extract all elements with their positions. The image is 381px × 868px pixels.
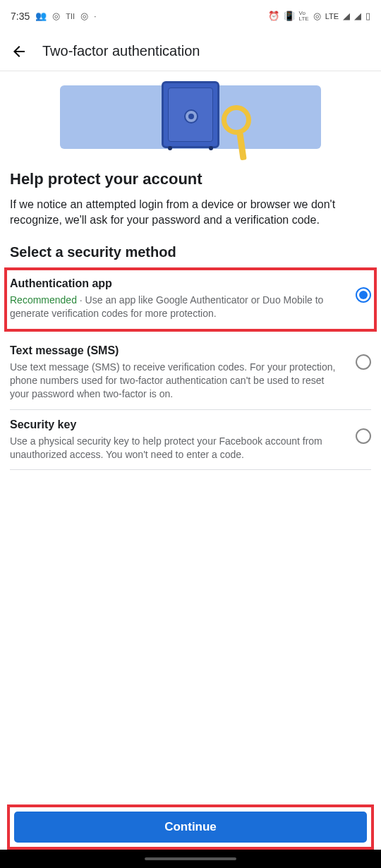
battery-icon: ▯ <box>365 11 370 21</box>
option-description: Use a physical security key to help prot… <box>10 435 346 462</box>
vibrate-icon: 📳 <box>284 11 295 21</box>
teams-icon: 👥 <box>35 11 47 21</box>
alarm-icon: ⏰ <box>268 11 279 21</box>
arrow-left-icon <box>11 43 28 60</box>
safe-dial <box>184 109 198 123</box>
option-description: Recommended · Use an app like Google Aut… <box>10 294 346 320</box>
status-left: 7:35 👥 ◎ TII ◎ · <box>11 11 97 22</box>
continue-button[interactable]: Continue <box>14 812 367 843</box>
option-title: Text message (SMS) <box>10 344 346 357</box>
method-heading: Select a security method <box>10 244 371 260</box>
safe-door <box>168 88 213 142</box>
safe-icon <box>162 81 219 148</box>
recommended-label: Recommended <box>10 294 77 306</box>
option-title: Security key <box>10 418 346 431</box>
dot-icon: · <box>94 11 97 21</box>
option-security-key[interactable]: Security key Use a physical security key… <box>10 410 371 471</box>
intro-text: If we notice an attempted login from a d… <box>10 197 371 227</box>
instagram-icon-2: ◎ <box>80 11 88 21</box>
signal-icon-2: ◢ <box>354 11 361 21</box>
option-authentication-app[interactable]: Authentication app Recommended · Use an … <box>4 267 377 332</box>
hero-background <box>60 85 321 149</box>
page-title: Two-factor authentication <box>42 43 200 59</box>
signal-icon-1: ◢ <box>343 11 350 21</box>
footer-highlight: Continue <box>7 804 374 850</box>
option-description: Use text message (SMS) to receive verifi… <box>10 361 346 401</box>
intro-heading: Help protect your account <box>10 170 371 188</box>
hotspot-icon: ◎ <box>313 11 321 21</box>
option-text-message[interactable]: Text message (SMS) Use text message (SMS… <box>10 336 371 410</box>
volte-icon: VoLTE <box>299 11 309 22</box>
status-bar: 7:35 👥 ◎ TII ◎ · ⏰ 📳 VoLTE ◎ LTE ◢ ◢ ▯ <box>0 0 381 32</box>
radio-text-message[interactable] <box>356 354 371 370</box>
radio-security-key[interactable] <box>356 428 371 444</box>
hero-illustration <box>0 71 381 170</box>
network-label: LTE <box>325 12 339 20</box>
app-bar: Two-factor authentication <box>0 32 381 71</box>
status-time: 7:35 <box>11 11 30 22</box>
android-nav-bar <box>0 850 381 868</box>
magnifier-icon <box>222 105 251 135</box>
status-right: ⏰ 📳 VoLTE ◎ LTE ◢ ◢ ▯ <box>268 11 370 22</box>
radio-authentication-app[interactable] <box>356 287 371 303</box>
instagram-icon: ◎ <box>52 11 60 21</box>
text-icon: TII <box>66 12 75 20</box>
back-button[interactable] <box>10 42 28 61</box>
option-title: Authentication app <box>10 277 346 290</box>
nav-handle[interactable] <box>145 857 236 860</box>
